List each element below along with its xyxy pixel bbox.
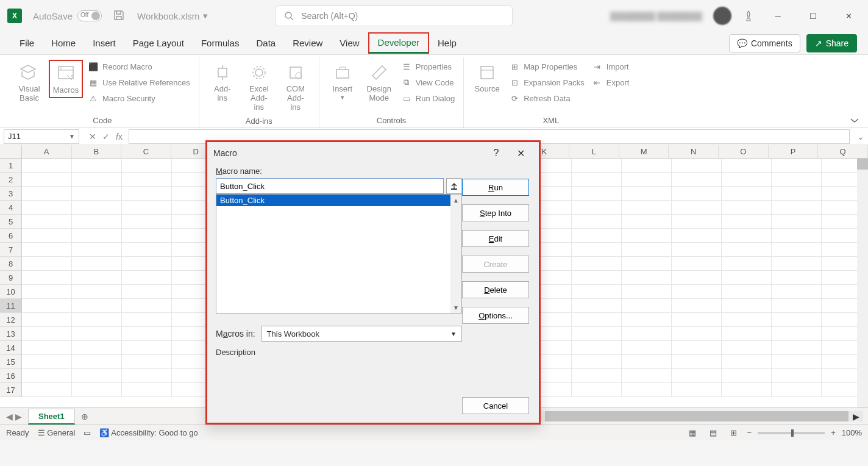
cell[interactable] <box>122 243 172 257</box>
row-header[interactable]: 10 <box>0 285 22 299</box>
cell[interactable] <box>572 159 622 173</box>
column-header[interactable]: L <box>569 145 619 158</box>
cell[interactable] <box>22 243 72 257</box>
cell[interactable] <box>122 215 172 229</box>
cell[interactable] <box>772 201 822 215</box>
cancel-formula-icon[interactable]: ✕ <box>89 132 96 142</box>
export-button[interactable]: ⇤Export <box>589 76 632 89</box>
cell[interactable] <box>772 243 822 257</box>
cell[interactable] <box>572 187 622 201</box>
cell[interactable] <box>572 229 622 243</box>
row-header[interactable]: 7 <box>0 243 22 257</box>
cell[interactable] <box>672 369 722 383</box>
cell[interactable] <box>672 285 722 299</box>
horizontal-scrollbar[interactable]: ◀ ▶ <box>530 411 863 421</box>
cell[interactable] <box>622 173 672 187</box>
cell[interactable] <box>672 383 722 397</box>
cell[interactable] <box>72 201 122 215</box>
step-into-button[interactable]: Step Into <box>462 204 529 221</box>
cell[interactable] <box>122 369 172 383</box>
row-header[interactable]: 8 <box>0 257 22 271</box>
cell[interactable] <box>722 243 772 257</box>
row-header[interactable]: 17 <box>0 383 22 397</box>
cell[interactable] <box>672 243 722 257</box>
cell[interactable] <box>22 327 72 341</box>
dialog-titlebar[interactable]: Macro ? ✕ <box>207 142 539 164</box>
cell[interactable] <box>22 173 72 187</box>
cell[interactable] <box>72 187 122 201</box>
tab-developer[interactable]: Developer <box>368 32 429 54</box>
cell[interactable] <box>122 173 172 187</box>
cell[interactable] <box>122 299 172 313</box>
cell[interactable] <box>722 341 772 355</box>
cell[interactable] <box>772 285 822 299</box>
cancel-button[interactable]: Cancel <box>462 397 529 414</box>
cell[interactable] <box>722 173 772 187</box>
cell[interactable] <box>722 313 772 327</box>
cell[interactable] <box>72 341 122 355</box>
macro-name-input[interactable] <box>216 178 444 194</box>
cell[interactable] <box>622 369 672 383</box>
cell[interactable] <box>772 355 822 369</box>
cell[interactable] <box>722 285 772 299</box>
cell[interactable] <box>722 159 772 173</box>
zoom-in-button[interactable]: + <box>831 428 836 437</box>
page-break-view-button[interactable]: ⊞ <box>727 427 741 439</box>
expansion-packs-button[interactable]: ⊡Expansion Packs <box>507 76 587 89</box>
cell[interactable] <box>722 187 772 201</box>
cell[interactable] <box>122 355 172 369</box>
cell[interactable] <box>72 369 122 383</box>
view-code-button[interactable]: ⧉View Code <box>399 76 457 89</box>
tab-view[interactable]: View <box>331 33 368 53</box>
cell[interactable] <box>772 341 822 355</box>
scroll-thumb[interactable] <box>545 411 848 421</box>
row-header[interactable]: 6 <box>0 229 22 243</box>
design-mode-button[interactable]: Design Mode <box>362 60 396 105</box>
cell[interactable] <box>722 383 772 397</box>
tab-formulas[interactable]: Formulas <box>193 33 248 53</box>
cell[interactable] <box>572 173 622 187</box>
cell[interactable] <box>672 159 722 173</box>
sheet-nav-next-icon[interactable]: ▶ <box>15 412 22 421</box>
tab-page-layout[interactable]: Page Layout <box>124 33 193 53</box>
cell[interactable] <box>22 229 72 243</box>
cell[interactable] <box>72 271 122 285</box>
reference-collapse-button[interactable] <box>446 178 462 194</box>
cell[interactable] <box>22 355 72 369</box>
cell[interactable] <box>622 355 672 369</box>
row-header[interactable]: 3 <box>0 187 22 201</box>
column-header[interactable]: O <box>719 145 769 158</box>
cell[interactable] <box>772 159 822 173</box>
cell[interactable] <box>772 271 822 285</box>
cell[interactable] <box>622 285 672 299</box>
row-header[interactable]: 12 <box>0 313 22 327</box>
cell[interactable] <box>122 327 172 341</box>
workbook-name[interactable]: Workbook.xlsm ▾ <box>137 10 208 21</box>
cell[interactable] <box>72 355 122 369</box>
toggle-switch[interactable]: Off <box>77 10 102 21</box>
accessibility-status[interactable]: ♿ Accessibility: Good to go <box>99 428 197 437</box>
cell[interactable] <box>72 229 122 243</box>
close-dialog-button[interactable]: ✕ <box>508 148 533 159</box>
cell[interactable] <box>72 257 122 271</box>
search-input[interactable]: Search (Alt+Q) <box>275 5 513 26</box>
ribbon-collapse-button[interactable] <box>850 116 859 124</box>
cell[interactable] <box>572 215 622 229</box>
column-header[interactable]: P <box>769 145 819 158</box>
use-relative-references-button[interactable]: ▦Use Relative References <box>85 76 193 89</box>
cell[interactable] <box>672 187 722 201</box>
row-header[interactable]: 14 <box>0 341 22 355</box>
cell[interactable] <box>722 355 772 369</box>
row-header[interactable]: 5 <box>0 215 22 229</box>
row-header[interactable]: 4 <box>0 201 22 215</box>
cell[interactable] <box>72 285 122 299</box>
cell[interactable] <box>622 257 672 271</box>
options-button[interactable]: Options... <box>462 307 529 324</box>
cell[interactable] <box>22 271 72 285</box>
map-properties-button[interactable]: ⊞Map Properties <box>507 60 587 73</box>
cell[interactable] <box>572 313 622 327</box>
cell[interactable] <box>772 229 822 243</box>
display-settings-icon[interactable]: ▭ <box>84 428 91 437</box>
cell[interactable] <box>672 173 722 187</box>
cell[interactable] <box>22 313 72 327</box>
